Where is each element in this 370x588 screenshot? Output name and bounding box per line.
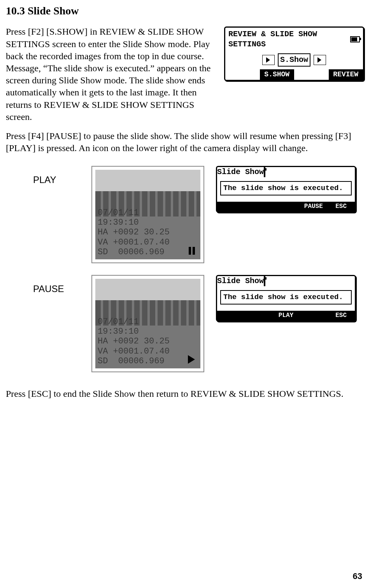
- softkey-f1[interactable]: [225, 69, 260, 80]
- battery-icon: [264, 276, 265, 286]
- paragraph-3: Press [ESC] to end the Slide Show then r…: [6, 388, 364, 400]
- camera-display-pause: 07/01/11 19:39:10 HA +0092 30.25 VA +000…: [91, 275, 204, 372]
- softkey-f3[interactable]: [294, 69, 329, 80]
- sshow-box: S.Show: [278, 53, 310, 67]
- thumb-left-icon: [262, 55, 275, 65]
- sshow-label: S.Show: [280, 55, 308, 65]
- thumb-right-icon: [314, 55, 326, 65]
- lcd-message: The slide show is executed.: [220, 290, 352, 305]
- softkey-f1[interactable]: [217, 202, 245, 211]
- softkey-f2[interactable]: S.SHOW: [260, 69, 295, 80]
- section-heading: 10.3 Slide Show: [6, 4, 364, 18]
- battery-icon: [350, 36, 360, 42]
- softkey-f3[interactable]: PLAY: [272, 311, 300, 320]
- overlay-text: 07/01/11 19:39:10 HA +0092 30.25 VA +000…: [98, 317, 170, 366]
- softkey-f2[interactable]: [245, 311, 272, 320]
- lcd-message: The slide show is executed.: [220, 181, 352, 195]
- lcd-title: Slide Show: [217, 276, 264, 285]
- lcd-title: REVIEW & SLIDE SHOW SETTINGS: [228, 29, 350, 49]
- softkey-f1[interactable]: [217, 311, 245, 320]
- pause-label: PAUSE: [6, 275, 80, 295]
- softkey-f4[interactable]: [300, 311, 327, 320]
- slide-lcd-pause: Slide Show The slide show is executed. P…: [216, 275, 356, 322]
- softkey-f4[interactable]: PAUSE: [300, 202, 327, 211]
- softkey-row: S.SHOW REVIEW: [225, 69, 363, 80]
- softkey-row: PLAY ESC: [217, 311, 355, 320]
- camera-display-play: 07/01/11 19:39:10 HA +0092 30.25 VA +000…: [91, 166, 204, 263]
- softkey-esc[interactable]: ESC: [327, 311, 355, 320]
- lcd-title: Slide Show: [217, 167, 264, 176]
- softkey-f2[interactable]: [245, 202, 272, 211]
- paragraph-2: Press [F4] [PAUSE] to pause the slide sh…: [6, 130, 364, 154]
- slide-lcd-play: Slide Show The slide show is executed. P…: [216, 166, 356, 213]
- overlay-text: 07/01/11 19:39:10 HA +0092 30.25 VA +000…: [98, 208, 170, 257]
- paragraph-1: Press [F2] [S.SHOW] in REVIEW & SLIDE SH…: [6, 26, 216, 123]
- softkey-row: PAUSE ESC: [217, 202, 355, 211]
- battery-icon: [264, 167, 265, 177]
- pause-icon: [189, 247, 195, 255]
- softkey-esc[interactable]: ESC: [327, 202, 355, 211]
- softkey-f4[interactable]: REVIEW: [329, 69, 363, 80]
- page-number: 63: [353, 571, 362, 582]
- play-icon: [188, 355, 195, 364]
- play-label: PLAY: [6, 166, 80, 186]
- softkey-f3[interactable]: [272, 202, 300, 211]
- settings-lcd: REVIEW & SLIDE SHOW SETTINGS S.Show S.SH…: [224, 26, 364, 81]
